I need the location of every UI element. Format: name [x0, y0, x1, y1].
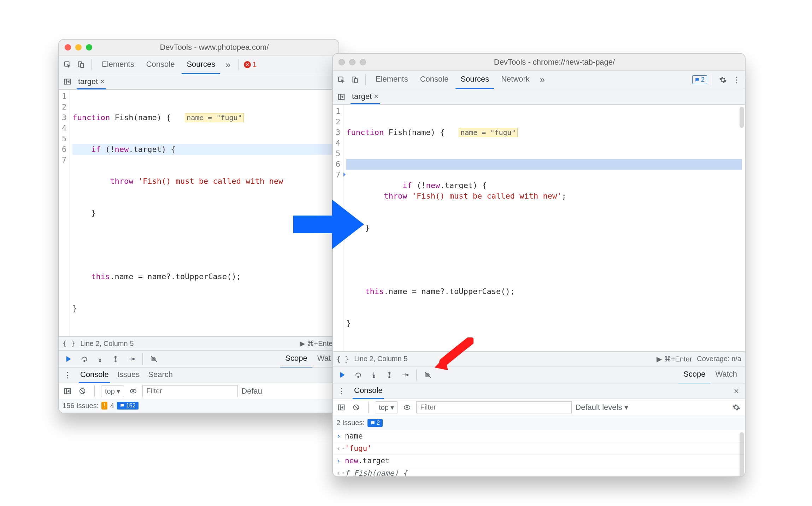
- context-selector[interactable]: top ▾: [101, 385, 124, 397]
- clear-console-icon[interactable]: [351, 402, 362, 413]
- log-levels[interactable]: Defau: [241, 387, 262, 396]
- titlebar[interactable]: DevTools - chrome://new-tab-page/: [333, 54, 745, 71]
- info-badge-icon: 2: [367, 419, 383, 427]
- filter-input[interactable]: [416, 401, 572, 413]
- deactivate-breakpoints-icon[interactable]: [147, 353, 161, 365]
- close-drawer-icon[interactable]: ×: [731, 386, 742, 397]
- more-tabs-icon[interactable]: »: [537, 74, 548, 86]
- kebab-menu-icon[interactable]: ⋮: [731, 74, 742, 86]
- live-expression-icon[interactable]: [401, 402, 413, 413]
- comparison-arrow-icon: [293, 200, 364, 249]
- svg-point-25: [406, 406, 408, 408]
- resume-icon[interactable]: [336, 369, 350, 381]
- drawer-tab-console[interactable]: Console: [79, 367, 110, 383]
- tab-console[interactable]: Console: [141, 55, 180, 74]
- run-snippet[interactable]: ▶ ⌘+Enter: [300, 339, 335, 348]
- input-chevron-icon: ›: [336, 431, 341, 441]
- device-icon[interactable]: [75, 59, 87, 70]
- close-dot[interactable]: [339, 59, 345, 65]
- minimize-dot[interactable]: [75, 44, 82, 51]
- step-over-icon[interactable]: [77, 353, 92, 365]
- error-count-badge[interactable]: ✕1: [244, 60, 257, 69]
- cursor-position: Line 2, Column 5: [354, 355, 407, 363]
- step-over-icon[interactable]: [351, 369, 365, 381]
- info-count-badge[interactable]: 2: [692, 75, 707, 84]
- tab-elements[interactable]: Elements: [97, 55, 139, 74]
- tab-scope[interactable]: Scope: [678, 365, 710, 384]
- line-gutter: 1234567: [59, 90, 70, 336]
- drawer-menu-icon[interactable]: ⋮: [62, 370, 73, 381]
- pretty-print-icon[interactable]: { }: [336, 355, 349, 363]
- pretty-print-icon[interactable]: { }: [63, 339, 75, 348]
- drawer-tab-search[interactable]: Search: [147, 367, 174, 383]
- close-tab-icon[interactable]: ×: [374, 92, 378, 101]
- filter-input[interactable]: [142, 385, 238, 397]
- coverage-label: Coverage: n/a: [697, 355, 741, 363]
- inspect-icon[interactable]: [336, 74, 347, 86]
- step-icon[interactable]: [398, 369, 412, 381]
- device-icon[interactable]: [349, 74, 360, 86]
- navigator-icon[interactable]: [62, 76, 73, 87]
- step-out-icon[interactable]: [108, 353, 123, 365]
- tab-sources[interactable]: Sources: [455, 70, 494, 89]
- log-levels[interactable]: Default levels ▾: [575, 403, 628, 412]
- minimize-dot[interactable]: [349, 59, 355, 65]
- console-input: name: [345, 431, 363, 441]
- step-out-icon[interactable]: [382, 369, 396, 381]
- devtools-window-right: DevTools - chrome://new-tab-page/ Elemen…: [332, 53, 746, 477]
- drawer-tab-console[interactable]: Console: [353, 383, 384, 399]
- traffic-lights[interactable]: [65, 44, 92, 51]
- file-tab[interactable]: target ×: [351, 89, 380, 104]
- drawer-tabs: ⋮ Console Issues Search: [59, 367, 339, 383]
- drawer-tab-issues[interactable]: Issues: [116, 367, 141, 383]
- cursor-position: Line 2, Column 5: [80, 340, 134, 348]
- tab-scope[interactable]: Scope: [280, 349, 312, 368]
- tab-sources[interactable]: Sources: [182, 55, 220, 74]
- more-tabs-icon[interactable]: »: [222, 59, 234, 70]
- step-into-icon[interactable]: [93, 353, 107, 365]
- function-preview[interactable]: ƒ Fish(name) { if (!new.target) { throw …: [345, 468, 555, 476]
- step-into-icon[interactable]: [367, 369, 381, 381]
- console-toolbar: top ▾ Default levels ▾: [333, 399, 745, 416]
- svg-point-6: [99, 361, 101, 362]
- debugger-toolbar: Scope Wat: [59, 351, 339, 367]
- scrollbar[interactable]: [740, 432, 744, 476]
- run-snippet[interactable]: ▶ ⌘+Enter: [657, 355, 692, 363]
- issues-bar[interactable]: 156 Issues: ! 4 152: [59, 399, 339, 413]
- navigator-icon[interactable]: [336, 91, 347, 102]
- svg-rect-17: [340, 372, 341, 377]
- code-content[interactable]: function Fish(name) { name = "fugu" if (…: [343, 105, 745, 351]
- window-title: DevTools - chrome://new-tab-page/: [370, 58, 739, 67]
- scrollbar[interactable]: [740, 107, 744, 128]
- console-output[interactable]: ›name ‹·'fugu' ›new.target ‹· ƒ Fish(nam…: [333, 430, 745, 476]
- close-tab-icon[interactable]: ×: [100, 77, 105, 86]
- context-selector[interactable]: top ▾: [375, 401, 398, 413]
- console-sidebar-icon[interactable]: [62, 386, 73, 397]
- clear-console-icon[interactable]: [77, 386, 88, 397]
- code-editor[interactable]: 1234567 function Fish(name) { name = "fu…: [333, 105, 745, 352]
- zoom-dot[interactable]: [86, 44, 92, 51]
- inspect-icon[interactable]: [62, 59, 73, 70]
- warn-count: 4: [110, 402, 114, 410]
- tab-network[interactable]: Network: [496, 70, 535, 89]
- inline-value-hint: name = "fugu": [459, 128, 518, 137]
- traffic-lights[interactable]: [339, 59, 366, 65]
- file-tab[interactable]: target ×: [77, 74, 106, 89]
- console-settings-icon[interactable]: [731, 402, 742, 413]
- live-expression-icon[interactable]: [128, 386, 139, 397]
- close-dot[interactable]: [65, 44, 71, 51]
- tab-console[interactable]: Console: [415, 70, 454, 89]
- resume-icon[interactable]: [62, 353, 76, 365]
- drawer-tabs: ⋮ Console ×: [333, 383, 745, 399]
- titlebar[interactable]: DevTools - www.photopea.com/: [59, 40, 339, 56]
- file-tab-label: target: [352, 92, 372, 101]
- info-badge-icon: 152: [117, 402, 139, 410]
- tab-elements[interactable]: Elements: [371, 70, 413, 89]
- settings-icon[interactable]: [717, 74, 729, 86]
- zoom-dot[interactable]: [360, 59, 366, 65]
- step-icon[interactable]: [124, 353, 138, 365]
- issues-bar[interactable]: 2 Issues: 2: [333, 416, 745, 430]
- tab-watch[interactable]: Watch: [710, 365, 742, 384]
- console-sidebar-icon[interactable]: [336, 402, 347, 413]
- drawer-menu-icon[interactable]: ⋮: [336, 386, 347, 397]
